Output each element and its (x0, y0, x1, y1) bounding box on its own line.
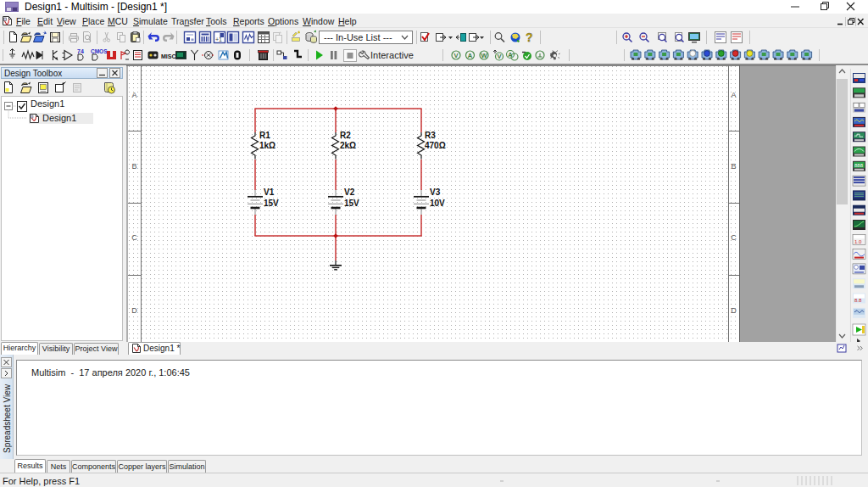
svg-text:C: C (131, 233, 137, 242)
svg-text:C: C (731, 233, 737, 242)
svg-text:15V: 15V (264, 199, 279, 208)
svg-text:A: A (731, 91, 736, 99)
svg-text:2kΩ: 2kΩ (340, 141, 356, 150)
svg-text:R3: R3 (425, 131, 436, 140)
svg-text:V: V (453, 52, 458, 59)
svg-text:1.0: 1.0 (854, 239, 862, 244)
svg-text:V1: V1 (264, 188, 275, 197)
svg-text:74: 74 (77, 48, 84, 54)
svg-text:V3: V3 (430, 188, 441, 197)
svg-text:V: V (497, 53, 501, 60)
svg-text:1kΩ: 1kΩ (259, 141, 275, 150)
svg-text:888: 888 (854, 163, 864, 168)
svg-text:10V: 10V (430, 199, 445, 208)
svg-text:D: D (731, 306, 737, 315)
svg-text:470Ω: 470Ω (425, 141, 446, 150)
svg-text:Interactive: Interactive (370, 50, 414, 60)
svg-text:A: A (468, 52, 473, 59)
svg-text:A: A (131, 91, 136, 99)
svg-text:8.8: 8.8 (854, 298, 862, 303)
svg-text:R1: R1 (259, 131, 270, 140)
svg-text:15V: 15V (344, 199, 359, 208)
svg-text:D: D (131, 306, 137, 315)
svg-text:?: ? (526, 31, 533, 44)
svg-text:B: B (131, 162, 136, 171)
svg-text:V2: V2 (344, 188, 355, 197)
svg-text:--- In-Use List ---: --- In-Use List --- (324, 32, 392, 42)
svg-text:R2: R2 (340, 131, 351, 140)
svg-text:W: W (481, 52, 487, 59)
svg-text:+1: +1 (215, 36, 222, 42)
svg-text:MISC: MISC (161, 53, 176, 59)
svg-text:CMOS: CMOS (91, 48, 108, 54)
svg-text:B: B (731, 162, 736, 171)
